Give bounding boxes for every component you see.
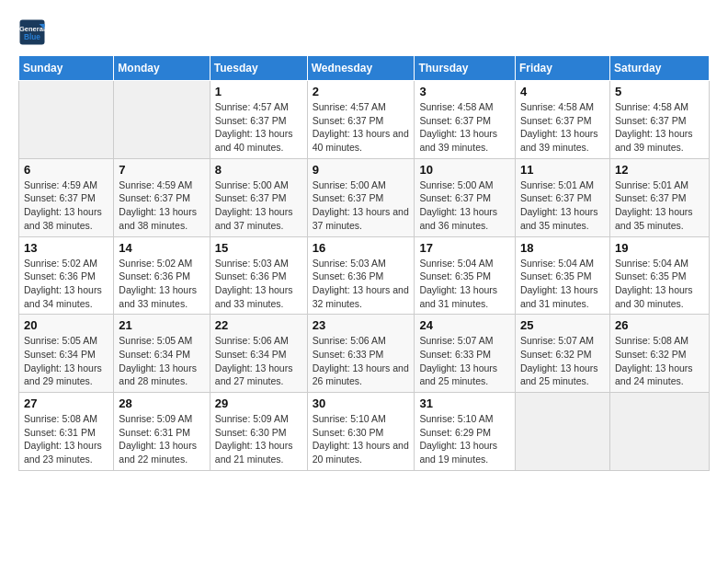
cell-4-2: 21Sunrise: 5:05 AMSunset: 6:34 PMDayligh… <box>114 315 210 393</box>
day-number: 4 <box>520 85 605 98</box>
cell-1-5: 3Sunrise: 4:58 AMSunset: 6:37 PMDaylight… <box>415 81 516 159</box>
day-detail: Sunrise: 5:06 AMSunset: 6:34 PMDaylight:… <box>215 334 302 388</box>
cell-5-4: 30Sunrise: 5:10 AMSunset: 6:30 PMDayligh… <box>307 393 415 471</box>
day-number: 24 <box>419 318 510 332</box>
day-number: 14 <box>119 241 204 255</box>
header-tuesday: Tuesday <box>210 56 307 81</box>
cell-2-6: 11Sunrise: 5:01 AMSunset: 6:37 PMDayligh… <box>515 158 609 236</box>
day-detail: Sunrise: 5:00 AMSunset: 6:37 PMDaylight:… <box>313 178 410 233</box>
day-number: 7 <box>119 163 204 177</box>
cell-2-1: 6Sunrise: 4:59 AMSunset: 6:37 PMDaylight… <box>19 158 114 236</box>
week-row-5: 27Sunrise: 5:08 AMSunset: 6:31 PMDayligh… <box>19 393 710 471</box>
day-number: 20 <box>24 318 108 332</box>
week-row-4: 20Sunrise: 5:05 AMSunset: 6:34 PMDayligh… <box>19 315 710 393</box>
day-number: 31 <box>419 396 510 410</box>
day-detail: Sunrise: 5:01 AMSunset: 6:37 PMDaylight:… <box>520 178 605 233</box>
day-number: 21 <box>119 318 204 332</box>
day-number: 30 <box>313 396 410 410</box>
day-detail: Sunrise: 4:59 AMSunset: 6:37 PMDaylight:… <box>119 178 204 233</box>
header-saturday: Saturday <box>609 56 709 81</box>
week-row-2: 6Sunrise: 4:59 AMSunset: 6:37 PMDaylight… <box>19 158 710 236</box>
cell-1-2 <box>114 81 210 159</box>
day-detail: Sunrise: 5:02 AMSunset: 6:36 PMDaylight:… <box>119 257 204 311</box>
cell-2-5: 10Sunrise: 5:00 AMSunset: 6:37 PMDayligh… <box>415 158 516 236</box>
cell-4-6: 25Sunrise: 5:07 AMSunset: 6:32 PMDayligh… <box>515 315 609 393</box>
week-row-1: 1Sunrise: 4:57 AMSunset: 6:37 PMDaylight… <box>19 81 710 159</box>
page-header: General Blue <box>18 18 710 46</box>
day-number: 26 <box>615 318 704 332</box>
cell-2-7: 12Sunrise: 5:01 AMSunset: 6:37 PMDayligh… <box>609 158 709 236</box>
day-detail: Sunrise: 5:09 AMSunset: 6:31 PMDaylight:… <box>119 412 204 466</box>
day-number: 10 <box>419 163 510 177</box>
day-detail: Sunrise: 5:08 AMSunset: 6:31 PMDaylight:… <box>24 412 108 466</box>
day-number: 3 <box>419 85 510 98</box>
day-number: 6 <box>24 163 108 177</box>
day-number: 29 <box>215 396 302 410</box>
cell-1-6: 4Sunrise: 4:58 AMSunset: 6:37 PMDaylight… <box>515 81 609 159</box>
cell-5-2: 28Sunrise: 5:09 AMSunset: 6:31 PMDayligh… <box>114 393 210 471</box>
cell-3-1: 13Sunrise: 5:02 AMSunset: 6:36 PMDayligh… <box>19 236 114 315</box>
cell-2-4: 9Sunrise: 5:00 AMSunset: 6:37 PMDaylight… <box>307 158 415 236</box>
day-number: 19 <box>615 241 704 255</box>
cell-3-6: 18Sunrise: 5:04 AMSunset: 6:35 PMDayligh… <box>515 236 609 315</box>
cell-4-4: 23Sunrise: 5:06 AMSunset: 6:33 PMDayligh… <box>307 315 415 393</box>
header-monday: Monday <box>114 56 210 81</box>
header-thursday: Thursday <box>415 56 516 81</box>
day-detail: Sunrise: 4:58 AMSunset: 6:37 PMDaylight:… <box>615 100 704 155</box>
day-detail: Sunrise: 5:10 AMSunset: 6:30 PMDaylight:… <box>313 412 410 466</box>
cell-1-7: 5Sunrise: 4:58 AMSunset: 6:37 PMDaylight… <box>609 81 709 159</box>
day-detail: Sunrise: 5:05 AMSunset: 6:34 PMDaylight:… <box>24 334 108 388</box>
day-detail: Sunrise: 5:00 AMSunset: 6:37 PMDaylight:… <box>419 178 510 233</box>
cell-2-3: 8Sunrise: 5:00 AMSunset: 6:37 PMDaylight… <box>210 158 307 236</box>
cell-3-5: 17Sunrise: 5:04 AMSunset: 6:35 PMDayligh… <box>415 236 516 315</box>
day-number: 12 <box>615 163 704 177</box>
cell-3-7: 19Sunrise: 5:04 AMSunset: 6:35 PMDayligh… <box>609 236 709 315</box>
day-number: 22 <box>215 318 302 332</box>
day-number: 17 <box>419 241 510 255</box>
day-number: 11 <box>520 163 605 177</box>
cell-3-4: 16Sunrise: 5:03 AMSunset: 6:36 PMDayligh… <box>307 236 415 315</box>
cell-5-6 <box>515 393 609 471</box>
cell-3-2: 14Sunrise: 5:02 AMSunset: 6:36 PMDayligh… <box>114 236 210 315</box>
day-detail: Sunrise: 5:09 AMSunset: 6:30 PMDaylight:… <box>215 412 302 466</box>
logo: General Blue <box>18 18 50 46</box>
day-detail: Sunrise: 5:03 AMSunset: 6:36 PMDaylight:… <box>215 257 302 311</box>
day-number: 9 <box>313 163 410 177</box>
day-number: 16 <box>313 241 410 255</box>
day-detail: Sunrise: 5:02 AMSunset: 6:36 PMDaylight:… <box>24 257 108 311</box>
day-number: 15 <box>215 241 302 255</box>
day-number: 25 <box>520 318 605 332</box>
cell-3-3: 15Sunrise: 5:03 AMSunset: 6:36 PMDayligh… <box>210 236 307 315</box>
day-detail: Sunrise: 5:00 AMSunset: 6:37 PMDaylight:… <box>215 178 302 233</box>
day-detail: Sunrise: 5:08 AMSunset: 6:32 PMDaylight:… <box>615 334 704 388</box>
day-detail: Sunrise: 5:04 AMSunset: 6:35 PMDaylight:… <box>615 257 704 311</box>
cell-4-7: 26Sunrise: 5:08 AMSunset: 6:32 PMDayligh… <box>609 315 709 393</box>
cell-1-3: 1Sunrise: 4:57 AMSunset: 6:37 PMDaylight… <box>210 81 307 159</box>
day-detail: Sunrise: 5:06 AMSunset: 6:33 PMDaylight:… <box>313 334 410 388</box>
cell-5-7 <box>609 393 709 471</box>
day-detail: Sunrise: 4:58 AMSunset: 6:37 PMDaylight:… <box>520 100 605 155</box>
day-detail: Sunrise: 5:10 AMSunset: 6:29 PMDaylight:… <box>419 412 510 466</box>
cell-4-3: 22Sunrise: 5:06 AMSunset: 6:34 PMDayligh… <box>210 315 307 393</box>
header-wednesday: Wednesday <box>307 56 415 81</box>
day-number: 23 <box>313 318 410 332</box>
day-number: 8 <box>215 163 302 177</box>
day-number: 2 <box>313 85 410 98</box>
day-detail: Sunrise: 5:04 AMSunset: 6:35 PMDaylight:… <box>419 257 510 311</box>
day-detail: Sunrise: 4:57 AMSunset: 6:37 PMDaylight:… <box>215 100 302 155</box>
calendar-table: SundayMondayTuesdayWednesdayThursdayFrid… <box>18 55 710 471</box>
cell-2-2: 7Sunrise: 4:59 AMSunset: 6:37 PMDaylight… <box>114 158 210 236</box>
cell-4-1: 20Sunrise: 5:05 AMSunset: 6:34 PMDayligh… <box>19 315 114 393</box>
day-detail: Sunrise: 4:57 AMSunset: 6:37 PMDaylight:… <box>313 100 410 155</box>
cell-4-5: 24Sunrise: 5:07 AMSunset: 6:33 PMDayligh… <box>415 315 516 393</box>
header-sunday: Sunday <box>19 56 114 81</box>
day-number: 27 <box>24 396 108 410</box>
logo-icon: General Blue <box>18 18 46 46</box>
day-detail: Sunrise: 5:01 AMSunset: 6:37 PMDaylight:… <box>615 178 704 233</box>
day-detail: Sunrise: 5:07 AMSunset: 6:33 PMDaylight:… <box>419 334 510 388</box>
day-detail: Sunrise: 5:05 AMSunset: 6:34 PMDaylight:… <box>119 334 204 388</box>
day-number: 1 <box>215 85 302 98</box>
cell-5-5: 31Sunrise: 5:10 AMSunset: 6:29 PMDayligh… <box>415 393 516 471</box>
day-number: 18 <box>520 241 605 255</box>
cell-1-1 <box>19 81 114 159</box>
